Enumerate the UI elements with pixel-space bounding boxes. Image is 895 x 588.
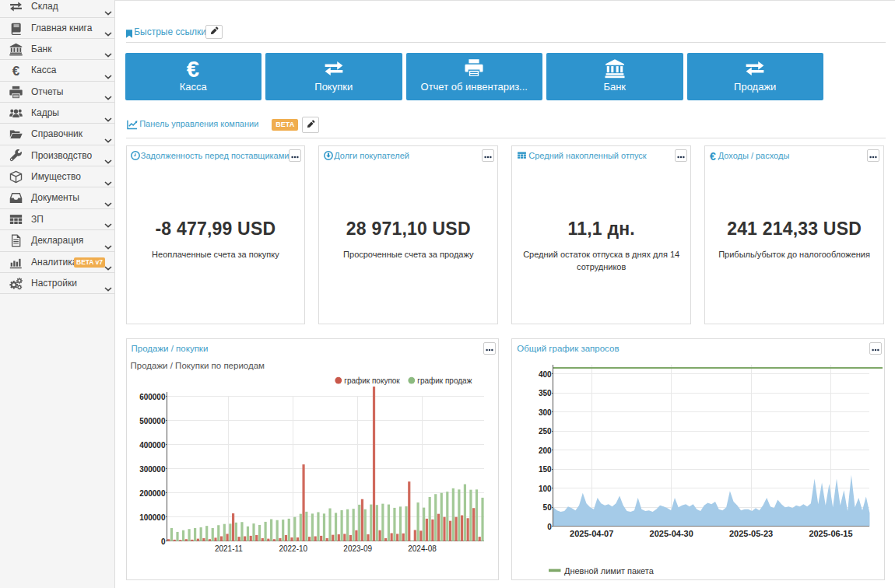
svg-text:600000: 600000 — [139, 393, 166, 401]
svg-text:2025-05-23: 2025-05-23 — [729, 529, 773, 538]
svg-text:2024-08: 2024-08 — [408, 544, 437, 553]
svg-text:500000: 500000 — [139, 417, 166, 425]
svg-text:400000: 400000 — [139, 441, 166, 450]
svg-text:100000: 100000 — [139, 513, 166, 522]
svg-text:300: 300 — [539, 408, 552, 417]
svg-text:график покупок: график покупок — [344, 376, 400, 385]
svg-text:200000: 200000 — [139, 489, 166, 498]
svg-text:400: 400 — [539, 370, 552, 379]
svg-text:50: 50 — [543, 503, 553, 512]
svg-text:€: € — [12, 64, 20, 77]
svg-text:250: 250 — [539, 428, 552, 436]
svg-text:2023-09: 2023-09 — [343, 544, 372, 553]
svg-text:2025-06-15: 2025-06-15 — [809, 529, 853, 538]
svg-text:Дневной лимит пакета: Дневной лимит пакета — [564, 566, 655, 576]
svg-text:€: € — [187, 58, 199, 79]
svg-text:график продаж: график продаж — [417, 376, 472, 385]
svg-text:200: 200 — [539, 446, 552, 455]
svg-text:150: 150 — [539, 465, 552, 474]
svg-text:2022-10: 2022-10 — [279, 544, 307, 553]
svg-text:300000: 300000 — [139, 465, 166, 474]
svg-text:2025-04-07: 2025-04-07 — [570, 529, 613, 538]
svg-text:2025-04-30: 2025-04-30 — [650, 529, 693, 538]
svg-text:0: 0 — [547, 523, 552, 531]
svg-text:100: 100 — [539, 485, 552, 493]
svg-text:2021-11: 2021-11 — [214, 544, 242, 553]
svg-text:350: 350 — [539, 390, 552, 398]
svg-text:0: 0 — [160, 537, 165, 546]
